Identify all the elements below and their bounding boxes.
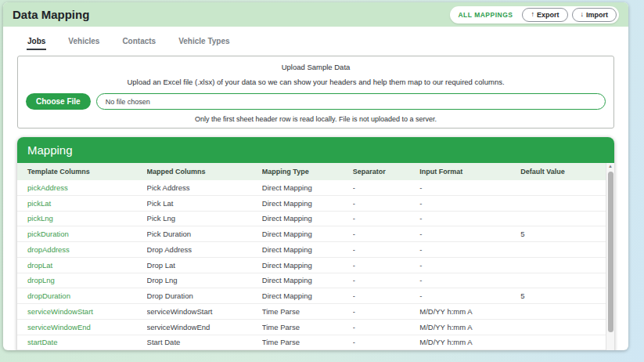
table-row: dropAddress Drop Address Direct Mapping … (17, 242, 614, 258)
table-row: pickLng Pick Lng Direct Mapping - - (17, 212, 614, 227)
cell-template-column[interactable]: dropLng (17, 276, 147, 284)
table-row: pickAddress Pick Address Direct Mapping … (17, 180, 614, 196)
cell-template-column[interactable]: dropAddress (17, 245, 147, 254)
column-header: Mapped Columns (147, 168, 262, 176)
cell-separator: - (353, 338, 419, 346)
column-header: Template Columns (17, 168, 147, 176)
cell-template-column[interactable]: pickLng (17, 214, 147, 223)
tab-item[interactable]: Vehicles (67, 35, 100, 50)
cell-input-format: - (419, 199, 520, 208)
cell-mapping-type: Time Parse (262, 338, 353, 346)
cell-mapped-column: Drop Duration (147, 291, 262, 300)
upload-panel: Upload Sample Data Upload an Excel file … (17, 56, 614, 129)
column-header: Separator (353, 168, 419, 176)
table-row: serviceWindowEnd serviceWindowEnd Time P… (17, 320, 614, 335)
cell-mapping-type: Time Parse (262, 323, 353, 331)
main-content: Jobs Vehicles Contacts Vehicle Types Upl… (3, 27, 628, 350)
cell-separator: - (353, 276, 419, 284)
column-header: Default Value (520, 168, 614, 176)
cell-separator: - (353, 214, 419, 223)
export-arrow-icon: ↑ (531, 11, 534, 18)
cell-template-column[interactable]: startDate (17, 338, 147, 346)
table-row: dropDuration Drop Duration Direct Mappin… (17, 288, 614, 304)
cell-mapping-type: Direct Mapping (262, 276, 353, 284)
mapping-table-body: pickAddress Pick Address Direct Mapping … (17, 180, 614, 350)
file-input-row: Choose File No file chosen (26, 93, 606, 110)
cell-input-format: - (419, 214, 520, 223)
table-row: pickLat Pick Lat Direct Mapping - - (17, 196, 614, 212)
cell-mapped-column: Drop Lat (147, 261, 262, 270)
cell-template-column[interactable]: serviceWindowEnd (17, 323, 147, 331)
cell-mapped-column: Pick Address (147, 183, 262, 192)
cell-default-value: 5 (520, 230, 614, 238)
cell-template-column[interactable]: pickDuration (17, 230, 147, 238)
cell-separator: - (353, 307, 419, 316)
all-mappings-link[interactable]: ALL MAPPINGS (452, 11, 518, 19)
mapping-panel: Mapping Template Columns Mapped Columns … (17, 137, 614, 350)
data-mapping-window: Data Mapping ALL MAPPINGS ↑ Export ↓ Imp… (3, 2, 628, 350)
table-row: startDate Start Date Time Parse - M/D/YY… (17, 335, 614, 351)
upload-note: Only the first sheet header row is read … (24, 115, 607, 123)
import-arrow-icon: ↓ (581, 11, 585, 18)
tab-item[interactable]: Contacts (121, 35, 157, 50)
cell-mapped-column: Drop Lng (147, 276, 262, 284)
cell-mapping-type: Direct Mapping (262, 199, 353, 208)
cell-mapped-column: Pick Lat (147, 199, 262, 208)
table-row: pickDuration Pick Duration Direct Mappin… (17, 226, 614, 242)
cell-input-format: - (419, 261, 520, 270)
export-button[interactable]: ↑ Export (522, 8, 567, 22)
cell-separator: - (353, 199, 419, 208)
column-header: Mapping Type (262, 168, 353, 176)
cell-separator: - (353, 230, 419, 238)
table-row: dropLng Drop Lng Direct Mapping - - (17, 273, 614, 289)
tab-bar: Jobs Vehicles Contacts Vehicle Types (17, 33, 614, 50)
cell-input-format: - (419, 183, 520, 192)
mapping-panel-header: Mapping (17, 137, 614, 163)
cell-mapped-column: serviceWindowEnd (147, 323, 262, 331)
cell-input-format: - (419, 245, 520, 254)
upload-description: Upload an Excel file (.xlsx) of your dat… (24, 78, 607, 86)
cell-default-value: 5 (520, 291, 614, 300)
upload-title: Upload Sample Data (24, 63, 607, 71)
cell-separator: - (353, 323, 419, 331)
cell-mapped-column: Drop Address (147, 245, 262, 254)
cell-mapped-column: Pick Lng (147, 214, 262, 223)
table-row: dropLat Drop Lat Direct Mapping - - (17, 258, 614, 273)
cell-template-column[interactable]: dropDuration (17, 291, 147, 300)
cell-input-format: M/D/YY h:mm A (419, 307, 520, 316)
cell-mapped-column: Pick Duration (147, 230, 262, 238)
scrollbar-thumb[interactable] (608, 172, 613, 332)
cell-template-column[interactable]: dropLat (17, 261, 147, 270)
cell-mapping-type: Direct Mapping (262, 245, 353, 254)
cell-separator: - (353, 183, 419, 192)
import-button-label: Import (586, 11, 608, 19)
choose-file-button[interactable]: Choose File (26, 93, 91, 110)
cell-input-format: M/D/YY h:mm A (419, 338, 520, 346)
tab-item[interactable]: Jobs (27, 35, 46, 50)
cell-mapping-type: Time Parse (262, 307, 353, 316)
cell-template-column[interactable]: serviceWindowStart (17, 307, 147, 316)
export-button-label: Export (537, 11, 559, 19)
file-input[interactable]: No file chosen (96, 93, 606, 110)
cell-input-format: M/D/YY h:mm A (419, 323, 520, 331)
import-button[interactable]: ↓ Import (572, 8, 617, 22)
mapping-panel-title: Mapping (27, 143, 73, 157)
cell-mapping-type: Direct Mapping (262, 291, 353, 300)
cell-input-format: - (419, 291, 520, 300)
cell-separator: - (353, 245, 419, 254)
cell-input-format: - (419, 276, 520, 284)
page-title: Data Mapping (13, 8, 89, 21)
tab-item[interactable]: Vehicle Types (178, 35, 230, 50)
page-background: Data Mapping ALL MAPPINGS ↑ Export ↓ Imp… (0, 0, 644, 362)
cell-mapped-column: Start Date (147, 338, 262, 346)
cell-template-column[interactable]: pickAddress (17, 183, 147, 192)
vertical-scrollbar[interactable]: ▲ ▼ (606, 163, 614, 350)
cell-mapping-type: Direct Mapping (262, 183, 353, 192)
table-header-row: Template Columns Mapped Columns Mapping … (17, 163, 614, 180)
cell-template-column[interactable]: pickLat (17, 199, 147, 208)
table-row: serviceWindowStart serviceWindowStart Ti… (17, 304, 614, 320)
file-input-value: No file chosen (106, 98, 150, 106)
scrollbar-up-icon[interactable]: ▲ (608, 163, 613, 170)
cell-mapping-type: Direct Mapping (262, 214, 353, 223)
cell-mapped-column: serviceWindowStart (147, 307, 262, 316)
